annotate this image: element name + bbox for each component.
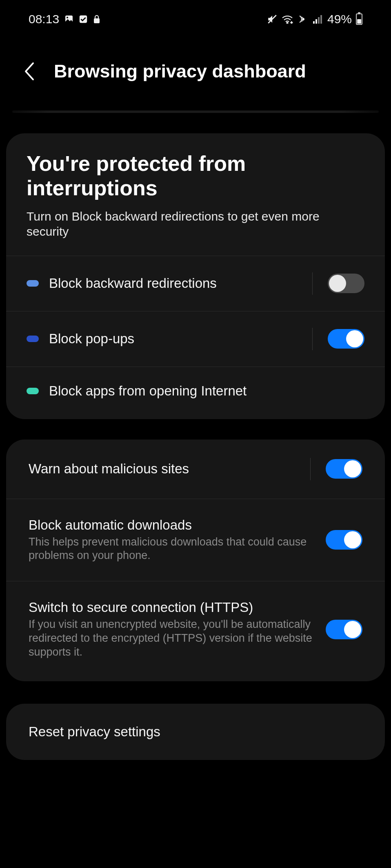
row-block-backward-redirections[interactable]: Block backward redirections	[6, 256, 385, 311]
svg-text:+: +	[291, 21, 293, 24]
toggle-secure-connection[interactable]	[326, 620, 362, 639]
mute-icon	[267, 14, 278, 24]
row-secure-connection[interactable]: Switch to secure connection (HTTPS) If y…	[6, 581, 385, 681]
reset-label: Reset privacy settings	[29, 724, 160, 739]
indicator-dot-icon	[27, 280, 39, 287]
lock-icon	[93, 14, 101, 24]
svg-rect-8	[313, 21, 315, 24]
row-desc: If you visit an unencrypted website, you…	[29, 618, 315, 659]
page-title: Browsing privacy dashboard	[54, 61, 306, 82]
toggle-warn-malicious[interactable]	[326, 459, 362, 479]
status-left: 08:13	[29, 12, 101, 26]
back-button[interactable]	[20, 62, 38, 80]
row-label: Block pop-ups	[49, 331, 299, 347]
status-right: + 49%	[267, 12, 362, 26]
header-divider	[12, 110, 379, 113]
page-header: Browsing privacy dashboard	[0, 30, 391, 110]
image-icon	[64, 14, 74, 24]
svg-rect-9	[315, 19, 317, 24]
row-desc: This helps prevent malicious downloads t…	[29, 535, 315, 563]
row-label: Block apps from opening Internet	[49, 383, 364, 399]
status-bar: 08:13 + 49%	[0, 0, 391, 30]
svg-rect-3	[94, 18, 100, 23]
check-icon	[79, 15, 88, 24]
volte-icon	[297, 14, 309, 24]
row-label: Block backward redirections	[49, 276, 299, 291]
svg-point-7	[302, 18, 304, 20]
toggle-block-popups[interactable]	[328, 329, 364, 349]
svg-point-5	[287, 22, 288, 24]
interruptions-title: You're protected from interruptions	[27, 152, 364, 201]
separator	[312, 328, 313, 350]
separator	[312, 272, 313, 295]
svg-rect-11	[320, 15, 322, 24]
row-block-apps-opening-internet[interactable]: Block apps from opening Internet	[6, 367, 385, 419]
indicator-dot-icon	[27, 336, 39, 342]
row-block-popups[interactable]: Block pop-ups	[6, 311, 385, 367]
status-time: 08:13	[29, 12, 59, 26]
svg-point-1	[67, 17, 68, 18]
interruptions-card: You're protected from interruptions Turn…	[6, 133, 385, 419]
interruptions-subtitle: Turn on Block backward redirections to g…	[27, 209, 364, 239]
toggle-block-backward-redirections[interactable]	[328, 274, 364, 293]
svg-rect-10	[318, 17, 320, 24]
row-label: Warn about malicious sites	[29, 461, 297, 477]
battery-percent: 49%	[327, 12, 352, 26]
indicator-dot-icon	[27, 388, 39, 394]
toggle-block-auto-downloads[interactable]	[326, 530, 362, 550]
signal-icon	[313, 15, 323, 24]
row-block-auto-downloads[interactable]: Block automatic downloads This helps pre…	[6, 499, 385, 581]
separator	[310, 458, 311, 480]
row-label: Block automatic downloads	[29, 517, 315, 533]
row-label: Switch to secure connection (HTTPS)	[29, 600, 315, 615]
wifi-icon: +	[282, 15, 293, 24]
protection-card: Warn about malicious sites Block automat…	[6, 440, 385, 682]
row-warn-malicious[interactable]: Warn about malicious sites	[6, 440, 385, 499]
battery-icon	[356, 13, 362, 25]
reset-privacy-button[interactable]: Reset privacy settings	[6, 704, 385, 760]
chevron-left-icon	[23, 62, 36, 81]
